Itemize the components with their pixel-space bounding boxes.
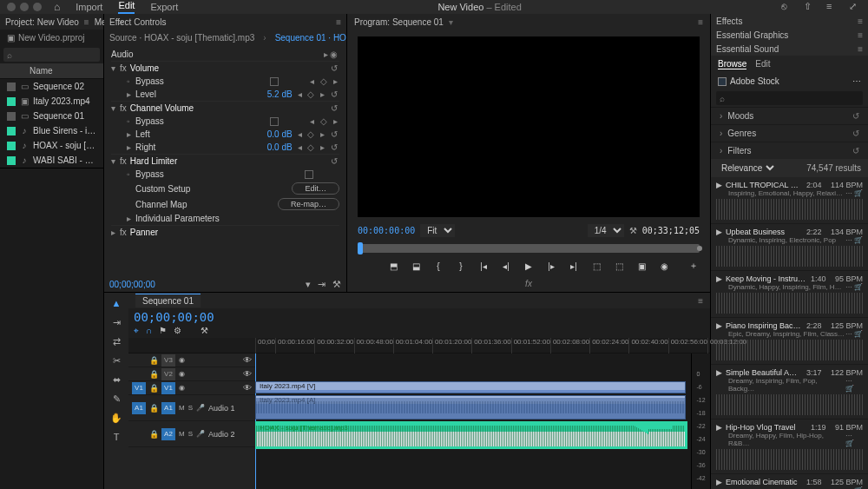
step-back-icon[interactable]: ◂| [500, 260, 512, 272]
nav-export[interactable]: Export [150, 2, 178, 12]
level-value[interactable]: 5.2 dB [258, 89, 293, 99]
add-cart-icon[interactable]: ⋯ 🛒 [845, 236, 863, 244]
camera-icon[interactable]: ◉ [658, 260, 670, 272]
wrench-icon[interactable]: ⚒ [332, 279, 341, 290]
extract-icon[interactable]: ⬚ [613, 260, 625, 272]
track-select-tool-icon[interactable]: ⇥ [109, 315, 123, 329]
play-icon[interactable]: ▶ [523, 260, 535, 272]
bin-item[interactable]: ♪Blue Sirens - in th [0, 123, 103, 138]
target-a1[interactable]: A1 [161, 402, 175, 414]
kf-toggle[interactable]: ▸◉ [324, 50, 339, 59]
bypass-checkbox[interactable] [270, 77, 279, 86]
panel-menu-icon[interactable]: ≡ [858, 30, 863, 40]
type-tool-icon[interactable]: T [109, 430, 123, 444]
kf-bypass[interactable]: ◦ [127, 76, 135, 86]
add-cart-icon[interactable]: ⋯ 🛒 [845, 189, 863, 197]
twirl-level[interactable]: ▸ [127, 89, 135, 99]
essential-sound-tab[interactable]: Essential Sound [716, 44, 779, 54]
target-v2[interactable]: V2 [161, 368, 175, 380]
project-tab[interactable]: Project: New Video [5, 17, 79, 27]
step-fwd-icon[interactable]: |▸ [545, 260, 557, 272]
ec-timecode[interactable]: 00;00;00;00 [109, 280, 155, 289]
bin-item[interactable]: ▭Sequence 01 [0, 109, 103, 123]
bin-item[interactable]: ▣Italy 2023.mp4 [0, 94, 103, 109]
effects-tab[interactable]: Effects [716, 17, 742, 26]
stock-track-card[interactable]: ▶CHILL TROPICAL HOUSE (…2:04 114 BPMInsp… [711, 177, 868, 224]
twirl-channel[interactable]: ▾ [111, 103, 120, 113]
es-edit-tab[interactable]: Edit [755, 59, 770, 69]
filter-icon[interactable]: ▾ [306, 279, 311, 290]
lock-icon[interactable]: 🔒 [149, 356, 158, 365]
clip-v1[interactable]: Italy 2023.mp4 [V] [255, 381, 686, 393]
lift-icon[interactable]: ⬚ [590, 260, 602, 272]
play-preview-icon[interactable]: ▶ [716, 423, 722, 432]
minimize-traffic[interactable] [20, 3, 29, 11]
twirl-limiter[interactable]: ▾ [111, 156, 120, 166]
project-search[interactable]: ⌕ [3, 48, 100, 62]
fullscreen-icon[interactable]: ⤢ [849, 1, 861, 13]
play-preview-icon[interactable]: ▶ [716, 274, 722, 283]
solo-a1[interactable]: S [188, 404, 193, 412]
waveform-preview[interactable] [716, 246, 863, 267]
pin-icon[interactable]: ⇥ [318, 279, 326, 290]
panel-menu-icon[interactable]: ≡ [858, 44, 863, 54]
channel-bypass-checkbox[interactable] [270, 117, 279, 126]
program-viewport[interactable] [358, 36, 700, 217]
clip-a1[interactable]: Italy 2023.mp4 [A] [255, 395, 686, 420]
edit-button[interactable]: Edit… [292, 182, 339, 195]
home-icon[interactable]: ⌂ [54, 1, 60, 13]
source-clip-tab[interactable]: Source · HOAX - soju [Thematic].mp3 [109, 33, 254, 43]
target-a2[interactable]: A2 [161, 428, 175, 440]
eye-icon[interactable]: 👁 [243, 383, 252, 393]
program-timecode[interactable]: 00:00:00:00 [358, 226, 415, 235]
limiter-bypass-checkbox[interactable] [305, 170, 313, 179]
lock-icon[interactable]: 🔒 [149, 384, 158, 393]
sort-select[interactable]: Relevance [718, 162, 777, 174]
fit-select[interactable]: Fit [420, 224, 455, 237]
stock-options-icon[interactable]: ⋯ [852, 76, 861, 86]
waveform-preview[interactable] [716, 293, 863, 314]
voice-a2[interactable]: 🎤 [196, 430, 205, 438]
remap-button[interactable]: Re-map… [278, 198, 339, 210]
timeline-tab[interactable]: Sequence 01 [135, 294, 201, 307]
stock-track-card[interactable]: ▶Piano Inspiring Background2:28 125 BPME… [711, 318, 868, 365]
panel-menu-icon[interactable]: ≡ [336, 17, 341, 27]
program-menu-icon[interactable]: ≡ [698, 17, 703, 27]
razor-tool-icon[interactable]: ✂ [109, 354, 123, 367]
waveform-preview[interactable] [716, 394, 863, 415]
filter-filters[interactable]: ›Filters↺ [711, 142, 868, 159]
track-output-v3[interactable]: ◉ [179, 356, 185, 364]
adobe-stock-checkbox[interactable] [718, 77, 727, 86]
target-v3[interactable]: V3 [161, 354, 175, 367]
lock-icon[interactable]: 🔒 [149, 370, 158, 379]
hand-tool-icon[interactable]: ✋ [109, 411, 123, 425]
snap-toggle[interactable]: ⌖ [134, 326, 139, 336]
play-preview-icon[interactable]: ▶ [716, 321, 722, 330]
playhead-marker[interactable] [358, 242, 363, 254]
bin-item[interactable]: ▭Sequence 02 [0, 79, 103, 94]
stock-track-card[interactable]: ▶Simple Beautiful Ambient …3:17 122 BPMD… [711, 365, 868, 420]
wrench-toggle[interactable]: ⚒ [201, 326, 208, 336]
zoom-select[interactable]: 1/4 [588, 224, 624, 237]
lock-icon[interactable]: 🔒 [149, 404, 158, 413]
play-preview-icon[interactable]: ▶ [716, 478, 722, 486]
play-preview-icon[interactable]: ▶ [716, 181, 722, 189]
source-a1[interactable]: A1 [132, 402, 146, 414]
mute-a1[interactable]: M [179, 404, 185, 412]
go-in-icon[interactable]: |◂ [477, 260, 490, 272]
nav-import[interactable]: Import [76, 2, 102, 12]
add-cart-icon[interactable]: ⋯ 🛒 [845, 283, 863, 291]
mark-out-icon[interactable]: ⬓ [410, 260, 422, 272]
mark-clip-icon[interactable]: { [432, 260, 444, 272]
timeline-menu-icon[interactable]: ≡ [698, 296, 703, 306]
bin-item[interactable]: ♪HOAX - soju [The [0, 138, 103, 153]
panel-menu-icon[interactable]: ≡ [858, 17, 863, 26]
timeline-playhead[interactable] [255, 354, 256, 489]
essential-graphics-tab[interactable]: Essential Graphics [716, 30, 788, 40]
clip-a2-selected[interactable]: HOAX - soju [Thematic].mp3 [255, 423, 686, 447]
mark-in-icon[interactable]: ⬒ [387, 260, 399, 272]
linked-selection-toggle[interactable]: ∩ [146, 326, 152, 336]
program-tab[interactable]: Program: Sequence 01 [354, 17, 444, 27]
twirl-volume[interactable]: ▾ [111, 63, 120, 73]
time-ruler[interactable]: 00;0000:00:16:0000:00:32:0000:00:48:0000… [255, 338, 710, 354]
